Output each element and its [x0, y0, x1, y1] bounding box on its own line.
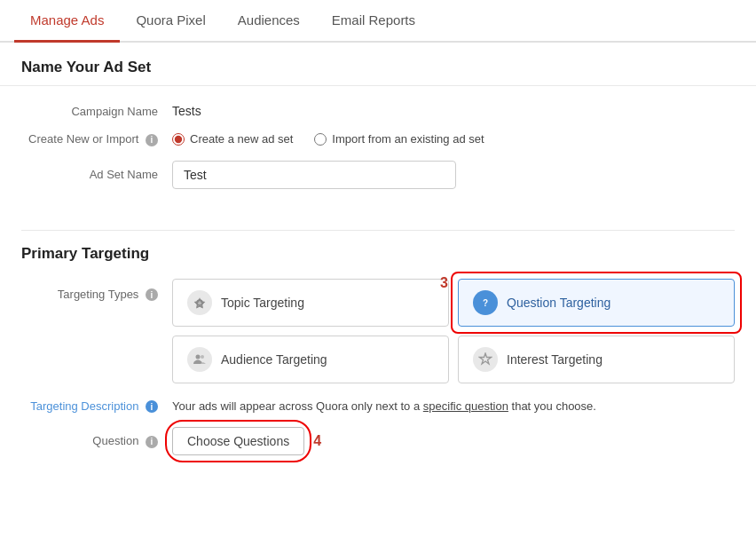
adset-name-row: Ad Set Name — [21, 161, 735, 189]
targeting-description-text: Your ads will appear across Quora only n… — [172, 398, 735, 415]
choose-questions-wrapper: Choose Questions — [172, 427, 304, 455]
create-new-info-icon[interactable]: i — [146, 134, 158, 146]
campaign-name-row: Campaign Name Tests — [21, 104, 735, 118]
primary-targeting-section: Primary Targeting Targeting Types i To — [0, 221, 756, 474]
tab-quora-pixel[interactable]: Quora Pixel — [120, 0, 221, 43]
tab-manage-ads[interactable]: Manage Ads — [14, 0, 120, 43]
topic-targeting-label: Topic Targeting — [221, 296, 304, 310]
targeting-description-info-icon[interactable]: i — [146, 400, 158, 413]
radio-import[interactable]: Import from an existing ad set — [314, 132, 484, 146]
targeting-types-info-icon[interactable]: i — [146, 288, 158, 301]
interest-targeting-icon — [473, 347, 498, 372]
targeting-grid: Topic Targeting ? Question Targeting — [172, 279, 735, 383]
adset-form: Campaign Name Tests Create New or Import… — [0, 86, 756, 221]
question-targeting-label: Question Targeting — [507, 296, 610, 310]
choose-questions-button[interactable]: Choose Questions — [172, 427, 304, 455]
svg-point-4 — [201, 355, 204, 359]
radio-create-new[interactable]: Create a new ad set — [172, 132, 293, 146]
create-new-radio-group: Create a new ad set Import from an exist… — [172, 132, 484, 146]
question-row: Question i Choose Questions 4 — [21, 427, 735, 455]
interest-targeting-label: Interest Targeting — [507, 352, 602, 367]
adset-section-heading: Name Your Ad Set — [0, 43, 756, 86]
targeting-types-row: Targeting Types i Topic Targeting — [21, 279, 735, 383]
adset-name-label: Ad Set Name — [21, 168, 172, 181]
audience-targeting-icon — [187, 347, 212, 372]
question-label: Question i — [21, 434, 172, 448]
question-targeting-wrapper: ? Question Targeting 3 — [458, 279, 735, 327]
targeting-card-topic[interactable]: Topic Targeting — [172, 279, 449, 327]
top-nav: Manage Ads Quora Pixel Audiences Email R… — [0, 0, 756, 43]
tab-email-reports[interactable]: Email Reports — [316, 0, 431, 43]
svg-marker-5 — [480, 353, 492, 364]
campaign-name-label: Campaign Name — [21, 105, 172, 118]
targeting-card-question[interactable]: ? Question Targeting — [458, 279, 735, 327]
question-info-icon[interactable]: i — [146, 436, 158, 448]
step4-badge: 4 — [313, 433, 321, 449]
topic-targeting-icon — [187, 290, 212, 315]
svg-text:?: ? — [483, 298, 488, 308]
targeting-card-interest[interactable]: Interest Targeting — [458, 336, 735, 383]
primary-targeting-heading: Primary Targeting — [21, 230, 735, 263]
step3-badge: 3 — [440, 275, 448, 291]
adset-name-input[interactable] — [172, 161, 456, 189]
tab-audiences[interactable]: Audiences — [222, 0, 316, 43]
svg-point-3 — [196, 354, 201, 359]
audience-targeting-label: Audience Targeting — [221, 352, 327, 367]
targeting-card-audience[interactable]: Audience Targeting — [172, 336, 449, 383]
question-targeting-icon: ? — [473, 290, 498, 315]
create-new-label: Create New or Import i — [21, 132, 172, 146]
create-new-row: Create New or Import i Create a new ad s… — [21, 132, 735, 146]
targeting-description-label: Targeting Description i — [21, 398, 172, 414]
campaign-name-value: Tests — [172, 104, 201, 118]
targeting-types-label: Targeting Types i — [21, 279, 172, 302]
targeting-description-row: Targeting Description i Your ads will ap… — [21, 398, 735, 415]
